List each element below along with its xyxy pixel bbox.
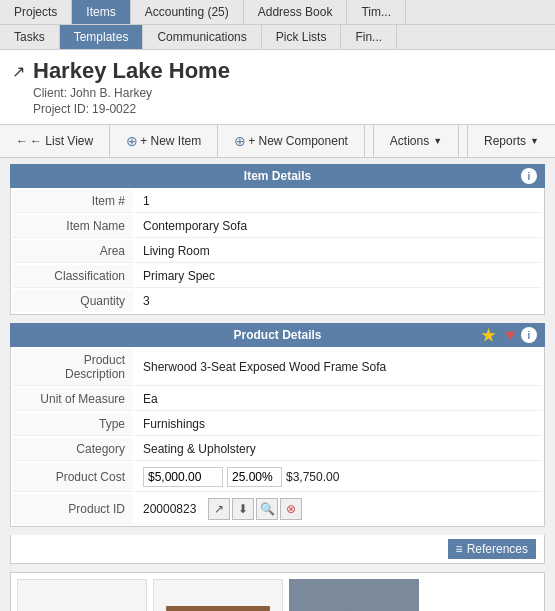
product-image-camera[interactable]: 📷 [289, 579, 419, 611]
table-row: Category Seating & Upholstery [13, 438, 542, 461]
plus-icon: ⊕ [126, 133, 138, 149]
product-image-sofa[interactable] [17, 579, 147, 611]
product-id-actions: ↗ ⬇ 🔍 ⊗ [208, 498, 302, 520]
product-desc-label: Product Description [13, 349, 133, 386]
action-bar: ← ← List View ⊕ + New Item ⊕ + New Compo… [0, 125, 555, 158]
search-icon: 🔍 [260, 502, 275, 516]
classification-label: Classification [13, 265, 133, 288]
new-item-button[interactable]: ⊕ + New Item [110, 125, 218, 157]
product-details-title: Product Details [233, 328, 321, 342]
close-icon: ⊗ [286, 502, 296, 516]
item-details-header: Item Details i [10, 164, 545, 188]
list-view-label: ← List View [30, 134, 93, 148]
star-icon[interactable]: ★ [481, 326, 495, 345]
product-close-button[interactable]: ⊗ [280, 498, 302, 520]
cost-percent-input[interactable] [227, 467, 282, 487]
table-row: Unit of Measure Ea [13, 388, 542, 411]
area-value: Living Room [135, 240, 542, 263]
product-download-button[interactable]: ⬇ [232, 498, 254, 520]
cost-total-value: $3,750.00 [286, 470, 346, 484]
project-header: ↗ Harkey Lake Home Client: John B. Harke… [0, 50, 555, 125]
plus-component-icon: ⊕ [234, 133, 246, 149]
references-row: ≡ References [10, 535, 545, 564]
product-details-header: Product Details ★ ♥ i [10, 323, 545, 347]
new-component-label: + New Component [248, 134, 348, 148]
actions-dropdown[interactable]: Actions ▼ [373, 125, 459, 157]
tab-projects[interactable]: Projects [0, 0, 72, 24]
tab-time[interactable]: Tim... [347, 0, 406, 24]
tab-pick-lists[interactable]: Pick Lists [262, 25, 342, 49]
product-cost-label: Product Cost [13, 463, 133, 492]
tab-tasks[interactable]: Tasks [0, 25, 60, 49]
table-row: Product Description Sherwood 3-Seat Expo… [13, 349, 542, 386]
quantity-value: 3 [135, 290, 542, 312]
sofa-svg [22, 584, 142, 611]
product-id-number: 20000823 [143, 502, 196, 516]
table-row: Item # 1 [13, 190, 542, 213]
product-cost-value: $3,750.00 [135, 463, 542, 492]
product-image-sideboard[interactable] [153, 579, 283, 611]
tab-address-book[interactable]: Address Book [244, 0, 348, 24]
item-details-title: Item Details [244, 169, 311, 183]
category-value: Seating & Upholstery [135, 438, 542, 461]
references-label: References [467, 542, 528, 556]
table-row: Product Cost $3,750.00 [13, 463, 542, 492]
project-title: Harkey Lake Home [33, 58, 230, 84]
category-label: Category [13, 438, 133, 461]
type-label: Type [13, 413, 133, 436]
item-name-label: Item Name [13, 215, 133, 238]
product-details-info-icon[interactable]: i [521, 327, 537, 343]
tab-communications[interactable]: Communications [143, 25, 261, 49]
project-client: Client: John B. Harkey [33, 86, 230, 100]
heart-icon[interactable]: ♥ [506, 326, 516, 344]
product-details-table: Product Description Sherwood 3-Seat Expo… [10, 347, 545, 527]
actions-label: Actions [390, 134, 429, 148]
external-link-icon[interactable]: ↗ [12, 62, 25, 81]
item-details-table: Item # 1 Item Name Contemporary Sofa Are… [10, 188, 545, 315]
list-view-button[interactable]: ← ← List View [0, 125, 110, 157]
item-name-value: Contemporary Sofa [135, 215, 542, 238]
tab-templates[interactable]: Templates [60, 25, 144, 49]
table-row: Type Furnishings [13, 413, 542, 436]
item-details-info-icon[interactable]: i [521, 168, 537, 184]
item-number-value: 1 [135, 190, 542, 213]
link-icon: ↗ [214, 502, 224, 516]
area-label: Area [13, 240, 133, 263]
unit-measure-label: Unit of Measure [13, 388, 133, 411]
reports-dropdown[interactable]: Reports ▼ [467, 125, 555, 157]
image-gallery: 📷 [10, 572, 545, 611]
unit-measure-value: Ea [135, 388, 542, 411]
product-desc-value: Sherwood 3-Seat Exposed Wood Frame Sofa [135, 349, 542, 386]
tab-items[interactable]: Items [72, 0, 130, 24]
quantity-label: Quantity [13, 290, 133, 312]
new-item-label: + New Item [140, 134, 201, 148]
reports-label: Reports [484, 134, 526, 148]
item-number-label: Item # [13, 190, 133, 213]
table-row: Item Name Contemporary Sofa [13, 215, 542, 238]
new-component-button[interactable]: ⊕ + New Component [218, 125, 365, 157]
table-row: Product ID 20000823 ↗ ⬇ 🔍 [13, 494, 542, 524]
download-icon: ⬇ [238, 502, 248, 516]
table-row: Classification Primary Spec [13, 265, 542, 288]
actions-chevron-icon: ▼ [433, 136, 442, 146]
classification-value: Primary Spec [135, 265, 542, 288]
table-row: Area Living Room [13, 240, 542, 263]
type-value: Furnishings [135, 413, 542, 436]
tab-fin[interactable]: Fin... [341, 25, 397, 49]
reports-chevron-icon: ▼ [530, 136, 539, 146]
product-search-button[interactable]: 🔍 [256, 498, 278, 520]
sideboard-svg [158, 584, 278, 611]
top-nav: Projects Items Accounting (25) Address B… [0, 0, 555, 25]
tab-accounting[interactable]: Accounting (25) [131, 0, 244, 24]
references-button[interactable]: ≡ References [448, 539, 536, 559]
second-nav: Tasks Templates Communications Pick List… [0, 25, 555, 50]
product-link-button[interactable]: ↗ [208, 498, 230, 520]
product-id-value: 20000823 ↗ ⬇ 🔍 ⊗ [135, 494, 542, 524]
table-row: Quantity 3 [13, 290, 542, 312]
main-content: Item Details i Item # 1 Item Name Contem… [0, 158, 555, 611]
product-id-label: Product ID [13, 494, 133, 524]
references-list-icon: ≡ [456, 542, 463, 556]
cost-amount-input[interactable] [143, 467, 223, 487]
svg-rect-9 [166, 606, 270, 611]
back-icon: ← [16, 134, 28, 148]
